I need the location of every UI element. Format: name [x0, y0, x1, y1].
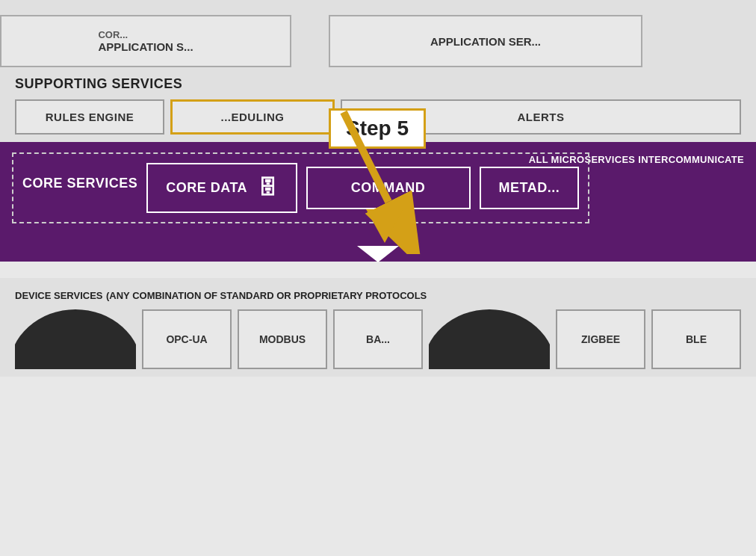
step5-label: Step 5 [346, 117, 409, 140]
app-right-line1: APPLICATION SER... [430, 35, 541, 48]
scheduling-label: ...EDULING [220, 111, 284, 123]
device-row: OPC-UA MODBUS BA... ZIGBEE BLE [15, 309, 741, 369]
scheduling-box: ...EDULING [170, 99, 335, 135]
supporting-services-title: SUPPORTING SERVICES [15, 76, 741, 92]
coredata-chevron-down [357, 246, 399, 262]
rules-engine-box: RULES ENGINE [15, 99, 164, 135]
ble-box: BLE [651, 309, 741, 369]
step5-callout: Step 5 [329, 108, 426, 149]
wave-middle [429, 309, 550, 369]
opcua-box: OPC-UA [142, 309, 232, 369]
metadata-label: METAD... [499, 180, 560, 196]
core-services-title: CORE SERVICES [22, 176, 137, 191]
wave-left [15, 309, 136, 369]
modbus-box: MODBUS [238, 309, 327, 369]
core-data-label: CORE DATA [166, 180, 247, 196]
core-row-wrap: CORE SERVICES CORE DATA 🗄 COMMAND METAD.… [12, 152, 744, 246]
zigbee-box: ZIGBEE [556, 309, 645, 369]
app-left-line1: COR... [98, 29, 193, 40]
metadata-box: METAD... [480, 167, 580, 209]
core-dashed-border: CORE SERVICES CORE DATA 🗄 COMMAND METAD.… [12, 152, 589, 223]
command-box: COMMAND [306, 167, 471, 209]
app-service-left: COR... APPLICATION S... [0, 15, 291, 67]
app-service-right: APPLICATION SER... [329, 15, 642, 67]
device-services-title: DEVICE SERVICES (ANY COMBINATION OF STAN… [15, 288, 741, 302]
command-chevron [368, 208, 409, 224]
top-area: COR... APPLICATION S... APPLICATION SER.… [0, 0, 756, 67]
command-label: COMMAND [351, 180, 426, 196]
core-data-box: CORE DATA 🗄 [146, 163, 297, 213]
device-services-section: DEVICE SERVICES (ANY COMBINATION OF STAN… [0, 278, 756, 377]
core-services-section: ALL MICROSERVICES INTERCOMMUNICATE CORE … [0, 142, 756, 262]
bacnet-box: BA... [333, 309, 423, 369]
device-services-subtitle: (ANY COMBINATION OF STANDARD OR PROPRIET… [106, 290, 427, 301]
database-icon: 🗄 [258, 176, 278, 200]
app-left-line2: APPLICATION S... [98, 40, 193, 53]
